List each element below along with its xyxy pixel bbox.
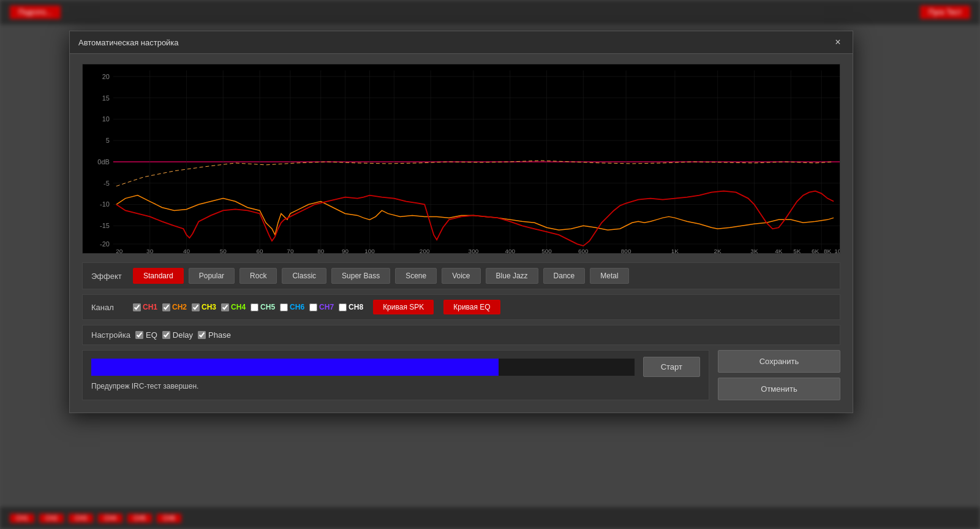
action-buttons: Сохранить Отменить	[718, 350, 840, 400]
progress-status: Предупреж IRC-тест завершен.	[91, 382, 700, 390]
svg-text:4K: 4K	[775, 248, 783, 253]
effect-btn-voice[interactable]: Voice	[442, 268, 480, 284]
svg-text:-10: -10	[100, 201, 110, 208]
svg-text:0dB: 0dB	[97, 158, 110, 166]
ch4-label: CH4	[231, 303, 246, 311]
svg-text:500: 500	[541, 248, 552, 253]
channel-ch2: CH2	[162, 303, 187, 311]
svg-text:90: 90	[342, 248, 349, 253]
settings-row: Настройка EQ Delay Phase	[82, 325, 840, 345]
progress-section: Старт Предупреж IRC-тест завершен.	[82, 350, 709, 400]
svg-text:-20: -20	[100, 240, 110, 248]
eq-label: EQ	[146, 330, 157, 340]
svg-text:20: 20	[116, 248, 123, 253]
delay-checkbox[interactable]	[162, 331, 170, 339]
svg-text:30: 30	[146, 248, 154, 253]
svg-text:1K: 1K	[671, 248, 679, 253]
channel-ch1: CH1	[133, 303, 157, 311]
svg-rect-0	[83, 64, 840, 253]
phase-checkbox[interactable]	[198, 331, 206, 339]
ch8-checkbox[interactable]	[339, 303, 347, 311]
svg-text:800: 800	[621, 248, 631, 253]
svg-text:5K: 5K	[793, 248, 801, 253]
svg-text:-15: -15	[100, 222, 110, 229]
svg-text:2K: 2K	[714, 248, 722, 253]
ch1-label: CH1	[143, 303, 157, 311]
effect-btn-classic[interactable]: Classic	[282, 268, 326, 284]
save-button[interactable]: Сохранить	[718, 350, 840, 373]
svg-text:400: 400	[505, 248, 515, 253]
svg-text:600: 600	[578, 248, 589, 253]
ch5-checkbox[interactable]	[251, 303, 258, 311]
effect-btn-scene[interactable]: Scene	[395, 268, 437, 284]
chart-svg: 20 15 10 5 0dB -5 -10 -15 -20 20 30 40 5…	[83, 64, 840, 253]
settings-label: Настройка	[91, 330, 130, 340]
svg-text:40: 40	[183, 248, 190, 253]
effect-label: Эффект	[91, 272, 128, 281]
phase-label: Phase	[208, 330, 231, 340]
channel-ch5: CH5	[251, 303, 275, 311]
channel-ch8: CH8	[339, 303, 363, 311]
ch6-checkbox[interactable]	[280, 303, 288, 311]
progress-bar-container	[91, 359, 635, 376]
svg-text:6K: 6K	[812, 248, 820, 253]
svg-text:10K: 10K	[834, 248, 840, 253]
modal-titlebar: Автоматическая настройка ×	[70, 31, 853, 54]
ch3-checkbox[interactable]	[192, 303, 200, 311]
effect-btn-popular[interactable]: Popular	[189, 268, 235, 284]
spk-curve-button[interactable]: Кривая SPK	[373, 300, 434, 314]
effect-btn-metal[interactable]: Metal	[590, 268, 628, 284]
delay-label: Delay	[173, 330, 193, 340]
settings-delay: Delay	[162, 330, 193, 340]
settings-phase: Phase	[198, 330, 231, 340]
effect-btn-superbass[interactable]: Super Bass	[331, 268, 390, 284]
svg-text:50: 50	[220, 248, 227, 253]
ch7-checkbox[interactable]	[309, 303, 317, 311]
svg-text:60: 60	[257, 248, 264, 253]
svg-text:20: 20	[102, 73, 110, 80]
ch1-checkbox[interactable]	[133, 303, 141, 311]
effect-btn-dance[interactable]: Dance	[543, 268, 586, 284]
modal-body: 20 15 10 5 0dB -5 -10 -15 -20 20 30 40 5…	[70, 54, 853, 413]
svg-text:100: 100	[364, 248, 375, 253]
effect-btn-standard[interactable]: Standard	[133, 268, 184, 284]
svg-text:15: 15	[102, 94, 110, 102]
svg-text:3K: 3K	[750, 248, 758, 253]
svg-text:80: 80	[317, 248, 325, 253]
modal-title: Автоматическая настройка	[78, 38, 179, 47]
channel-ch6: CH6	[280, 303, 304, 311]
channel-ch4: CH4	[221, 303, 246, 311]
channel-ch3: CH3	[192, 303, 216, 311]
ch6-label: CH6	[290, 303, 304, 311]
frequency-chart: 20 15 10 5 0dB -5 -10 -15 -20 20 30 40 5…	[82, 64, 840, 254]
ch5-label: CH5	[260, 303, 275, 311]
ch7-label: CH7	[319, 303, 334, 311]
eq-checkbox[interactable]	[135, 331, 143, 339]
cancel-button[interactable]: Отменить	[718, 378, 840, 400]
progress-start-row: Старт	[91, 357, 700, 377]
start-button[interactable]: Старт	[643, 357, 700, 377]
ch4-checkbox[interactable]	[221, 303, 229, 311]
eq-curve-button[interactable]: Кривая EQ	[443, 300, 500, 314]
close-button[interactable]: ×	[832, 36, 844, 48]
channel-row: Канал CH1 CH2 CH3 CH4 CH5	[82, 294, 840, 320]
action-row: Старт Предупреж IRC-тест завершен. Сохра…	[82, 350, 840, 400]
channel-ch7: CH7	[309, 303, 334, 311]
ch8-label: CH8	[349, 303, 363, 311]
ch2-label: CH2	[172, 303, 187, 311]
svg-text:5: 5	[106, 137, 110, 144]
ch2-checkbox[interactable]	[162, 303, 170, 311]
effect-row: Эффект Standard Popular Rock Classic Sup…	[82, 262, 840, 289]
effect-btn-rock[interactable]: Rock	[239, 268, 277, 284]
ch3-label: CH3	[202, 303, 216, 311]
svg-text:8K: 8K	[824, 248, 832, 253]
channel-label: Канал	[91, 303, 128, 312]
settings-eq: EQ	[135, 330, 157, 340]
svg-text:300: 300	[469, 248, 479, 253]
svg-text:70: 70	[287, 248, 294, 253]
svg-text:10: 10	[102, 115, 110, 123]
progress-bar-fill	[91, 359, 499, 376]
modal-dialog: Автоматическая настройка ×	[69, 31, 853, 413]
effect-btn-bluejazz[interactable]: Blue Jazz	[486, 268, 538, 284]
svg-text:-5: -5	[104, 180, 110, 187]
